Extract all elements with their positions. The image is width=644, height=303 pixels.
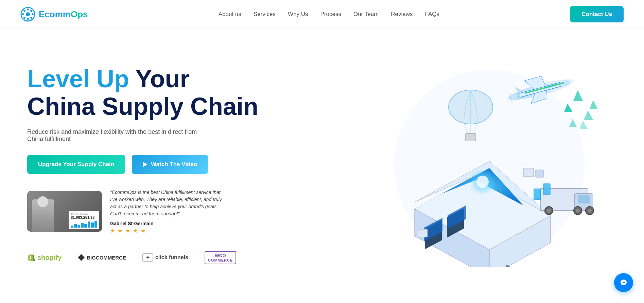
svg-marker-10	[78, 254, 85, 261]
testimonial-quote: "EcommOps is the best China fulfillment …	[110, 189, 226, 217]
star-rating: ★ ★ ★ ★ ★	[110, 228, 226, 234]
svg-point-8	[30, 10, 32, 12]
svg-point-6	[23, 10, 25, 12]
nav-item-ourteam[interactable]: Our Team	[353, 11, 379, 18]
svg-point-3	[27, 18, 29, 20]
woocommerce-logo: WOO COMMERCE	[205, 251, 236, 264]
svg-marker-57	[573, 90, 583, 101]
supply-chain-illustration	[370, 63, 608, 267]
svg-point-4	[22, 13, 24, 15]
logo-icon	[20, 7, 35, 22]
svg-rect-63	[534, 189, 540, 198]
testimonial-content: "EcommOps is the best China fulfillment …	[110, 189, 226, 234]
svg-point-66	[619, 278, 628, 287]
hero-title: Level Up Your China Supply Chain	[27, 65, 342, 120]
svg-rect-30	[466, 133, 476, 141]
messenger-icon	[619, 278, 628, 287]
bigcommerce-logo: BIGCOMMERCE	[78, 254, 126, 261]
shopify-icon	[27, 253, 35, 262]
partner-logos: shopify BIGCOMMERCE ✦ click funnels WOO …	[27, 251, 342, 264]
svg-marker-60	[579, 121, 588, 129]
svg-point-38	[476, 176, 489, 188]
svg-point-2	[27, 8, 29, 11]
testimonial-thumbnail[interactable]: TOTAL SALES $1,083,251.98	[27, 191, 102, 232]
testimonial: TOTAL SALES $1,083,251.98	[27, 189, 342, 234]
testimonial-author: Gabriel St-Germain	[110, 221, 226, 226]
hero-content: Level Up Your China Supply Chain Reduce …	[27, 65, 355, 264]
svg-rect-53	[523, 168, 534, 177]
nav-item-faqs[interactable]: FAQs	[425, 11, 440, 18]
upgrade-supply-chain-button[interactable]: Upgrade Your Supply Chain	[27, 155, 125, 174]
logo[interactable]: EcommOps	[20, 7, 88, 22]
svg-point-7	[30, 17, 32, 19]
nav-item-whyus[interactable]: Why Us	[288, 11, 308, 18]
svg-point-5	[32, 13, 34, 15]
svg-point-48	[547, 209, 551, 213]
shopify-logo: shopify	[27, 253, 62, 262]
logo-text: EcommOps	[39, 9, 88, 20]
svg-point-52	[588, 209, 592, 213]
hero-buttons: Upgrade Your Supply Chain Watch The Vide…	[27, 155, 342, 174]
svg-rect-55	[418, 229, 428, 237]
svg-point-50	[576, 209, 580, 213]
hero-illustration	[355, 63, 624, 267]
clickfunnels-logo: ✦ click funnels	[142, 253, 188, 262]
nav-item-about[interactable]: About us	[219, 11, 241, 18]
contact-us-button[interactable]: Contact Us	[570, 6, 624, 22]
hero-section: Level Up Your China Supply Chain Reduce …	[0, 29, 644, 287]
nav-item-process[interactable]: Process	[320, 11, 341, 18]
svg-marker-61	[590, 100, 597, 109]
bigcommerce-icon	[78, 254, 85, 261]
svg-rect-46	[578, 195, 590, 203]
svg-rect-65	[544, 184, 550, 193]
svg-point-1	[26, 12, 30, 16]
nav-links: About us Services Why Us Process Our Tea…	[219, 11, 439, 18]
svg-marker-58	[584, 110, 593, 120]
watch-video-button[interactable]: Watch The Video	[132, 155, 208, 174]
svg-point-9	[23, 17, 25, 19]
play-icon	[143, 162, 147, 167]
svg-rect-54	[535, 170, 544, 177]
hero-subtitle: Reduce risk and maximize flexibility wit…	[27, 128, 211, 143]
nav-item-reviews[interactable]: Reviews	[391, 11, 413, 18]
navbar: EcommOps About us Services Why Us Proces…	[0, 0, 644, 29]
nav-item-services[interactable]: Services	[254, 11, 276, 18]
messenger-bubble[interactable]	[614, 273, 633, 292]
stats-card: TOTAL SALES $1,083,251.98	[69, 211, 99, 229]
